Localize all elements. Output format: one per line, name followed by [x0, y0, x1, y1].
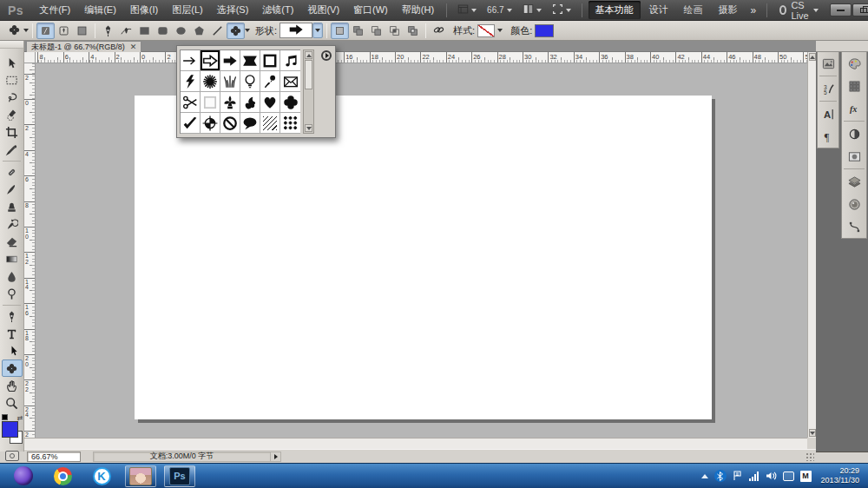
volume-icon[interactable]	[766, 471, 777, 481]
status-options-button[interactable]	[271, 452, 281, 462]
shape-registration-target[interactable]	[201, 113, 220, 134]
workspace-button-3[interactable]: 绘画	[677, 1, 710, 19]
boolean-exclude-button[interactable]	[404, 23, 422, 39]
color-panel-button[interactable]	[842, 52, 866, 75]
quick-selection-tool[interactable]	[2, 106, 23, 123]
swap-colors-icon[interactable]: ⇄	[17, 414, 23, 422]
pen-tool-button[interactable]	[99, 23, 117, 39]
channels-panel-button[interactable]	[842, 193, 866, 215]
freeform-pen-tool-button[interactable]	[117, 23, 135, 39]
shape-thin-arrow[interactable]	[181, 50, 201, 71]
line-tool-button[interactable]	[208, 23, 227, 39]
foreground-color-well[interactable]	[2, 421, 18, 438]
taskbar-app-swirl-button[interactable]	[8, 465, 39, 487]
clone-stamp-tool[interactable]	[2, 198, 23, 215]
shape-prohibition[interactable]	[220, 113, 240, 134]
spot-healing-tool[interactable]	[2, 163, 23, 181]
menu-item-8[interactable]: 窗口(W)	[346, 0, 395, 20]
link-button[interactable]	[430, 23, 448, 39]
rounded-rectangle-tool-button[interactable]	[154, 23, 172, 39]
brush-tool[interactable]	[2, 181, 23, 198]
menu-item-6[interactable]: 滤镜(T)	[255, 0, 300, 20]
history-brush-tool[interactable]	[2, 215, 23, 233]
keyboard-icon[interactable]	[783, 472, 794, 481]
mode-fill-pixels-button[interactable]	[73, 23, 91, 39]
paragraph-panel-button[interactable]: ¶	[818, 125, 838, 148]
boolean-intersect-button[interactable]	[385, 23, 404, 39]
eyedropper-tool[interactable]	[2, 141, 23, 158]
masks-panel-button[interactable]	[842, 145, 866, 168]
shape-heart[interactable]	[260, 92, 280, 113]
vertical-scrollbar[interactable]	[807, 52, 816, 438]
workspace-button-1[interactable]: 基本功能	[589, 1, 641, 19]
pen-tool[interactable]	[2, 307, 23, 325]
menu-item-2[interactable]: 编辑(E)	[77, 0, 123, 20]
eraser-tool[interactable]	[2, 233, 23, 250]
shape-check-mark[interactable]	[181, 113, 201, 134]
resize-grip[interactable]	[806, 452, 814, 461]
gradient-tool[interactable]	[2, 250, 23, 267]
scrollbar-thumb[interactable]	[305, 60, 312, 89]
toolbox-grip[interactable]	[0, 41, 23, 49]
boolean-new-layer-button[interactable]	[331, 23, 349, 39]
character-panel-button[interactable]: A	[818, 102, 838, 125]
shape-preview-well[interactable]	[279, 23, 312, 38]
taskbar-clock[interactable]: 20:29 2013/11/30	[821, 466, 859, 485]
arrange-documents-button[interactable]	[518, 1, 546, 19]
network-icon[interactable]	[749, 472, 760, 481]
shape-clover[interactable]	[280, 92, 300, 113]
style-dropdown-button[interactable]	[495, 23, 505, 39]
scroll-up-icon[interactable]	[809, 53, 816, 61]
shape-pushpin[interactable]	[260, 71, 280, 92]
menu-item-7[interactable]: 视图(V)	[300, 0, 346, 20]
quick-mask-button[interactable]	[5, 451, 19, 461]
menu-item-5[interactable]: 选择(S)	[210, 0, 256, 20]
menu-item-9[interactable]: 帮助(H)	[395, 0, 441, 20]
menu-item-1[interactable]: 文件(F)	[32, 0, 77, 20]
lasso-tool[interactable]	[2, 89, 23, 106]
shape-envelope[interactable]	[280, 71, 300, 92]
color-swatch[interactable]	[535, 24, 554, 37]
mode-paths-button[interactable]	[55, 23, 73, 39]
screen-mode-button[interactable]	[548, 1, 575, 19]
minimize-button[interactable]	[830, 3, 852, 16]
boolean-subtract-button[interactable]	[367, 23, 385, 39]
language-icon[interactable]	[733, 471, 743, 481]
shape-picker-scrollbar[interactable]	[303, 49, 314, 134]
style-swatch[interactable]	[477, 24, 495, 37]
rectangular-marquee-tool[interactable]	[2, 71, 23, 89]
taskbar-kugou-button[interactable]: K	[86, 465, 117, 487]
paths-panel-button[interactable]	[842, 215, 866, 238]
shape-dot-grid[interactable]	[280, 113, 300, 134]
dodge-tool[interactable]	[2, 285, 23, 302]
polygon-tool-button[interactable]	[190, 23, 208, 39]
menu-item-3[interactable]: 图像(I)	[123, 0, 165, 20]
shape-stamp-blank[interactable]	[201, 92, 220, 113]
shape-grass[interactable]	[220, 71, 240, 92]
shape-speech-bubble[interactable]	[240, 113, 260, 134]
mode-shape-layers-button[interactable]	[36, 23, 55, 39]
shape-banner[interactable]	[240, 50, 260, 71]
shape-light-bulb[interactable]	[240, 71, 260, 92]
shape-arrow-solid[interactable]	[220, 50, 240, 71]
shape-lightning[interactable]	[181, 71, 201, 92]
close-tab-icon[interactable]: ✕	[130, 43, 137, 51]
restore-button[interactable]	[852, 3, 868, 16]
swatches-panel-button[interactable]	[842, 75, 866, 97]
taskbar-photoshop-button[interactable]: Ps	[164, 465, 195, 487]
move-tool[interactable]	[2, 54, 23, 71]
menu-item-4[interactable]: 图层(L)	[165, 0, 209, 20]
styles-panel-button[interactable]: fx	[842, 97, 866, 120]
path-selection-tool[interactable]	[2, 342, 23, 359]
shape-frame[interactable]	[260, 50, 280, 71]
hand-tool[interactable]	[2, 377, 23, 394]
workspace-button-4[interactable]: 摄影	[712, 1, 745, 19]
boolean-add-button[interactable]	[349, 23, 367, 39]
shape-fleur-de-lis[interactable]	[220, 92, 240, 113]
type-tool[interactable]	[2, 325, 23, 342]
bluetooth-icon[interactable]	[714, 470, 727, 482]
scroll-up-icon[interactable]	[305, 51, 312, 59]
ime-mode-icon[interactable]: M	[800, 471, 812, 482]
scroll-down-icon[interactable]	[305, 124, 312, 132]
hidden-icons-button[interactable]	[701, 474, 708, 478]
